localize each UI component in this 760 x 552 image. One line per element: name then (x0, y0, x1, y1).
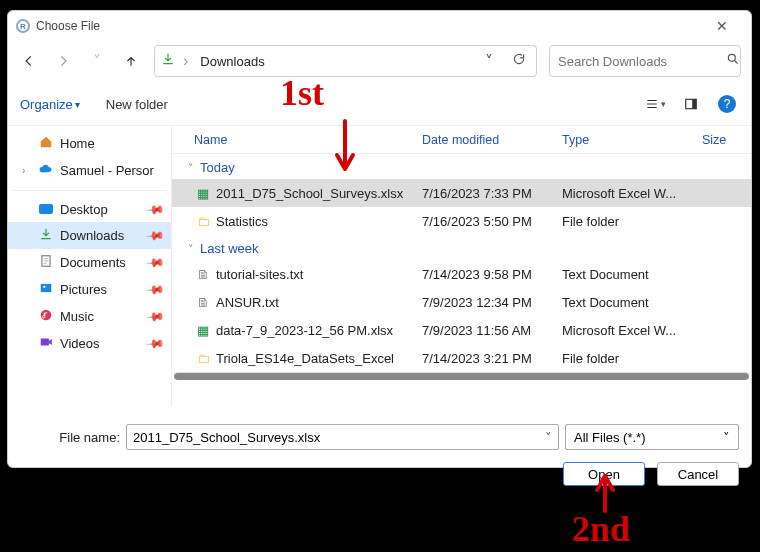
file-name: data-7_9_2023-12_56 PM.xlsx (216, 323, 422, 338)
tree-pictures[interactable]: Pictures 📌 (8, 276, 171, 303)
preview-pane-button[interactable] (677, 91, 705, 117)
group-lastweek[interactable]: Last week (172, 235, 751, 260)
file-date: 7/9/2023 12:34 PM (422, 295, 562, 310)
file-date: 7/16/2023 5:50 PM (422, 214, 562, 229)
col-type[interactable]: Type (562, 133, 702, 147)
tree-downloads[interactable]: Downloads 📌 (8, 222, 171, 249)
file-type: Microsoft Excel W... (562, 323, 702, 338)
file-type: File folder (562, 214, 702, 229)
col-date[interactable]: Date modified (422, 133, 562, 147)
music-icon (38, 308, 54, 325)
col-name[interactable]: Name (194, 133, 422, 147)
cancel-label: Cancel (678, 467, 718, 482)
file-date: 7/16/2023 7:33 PM (422, 186, 562, 201)
filter-label: All Files (*.*) (574, 430, 646, 445)
back-button[interactable] (18, 50, 40, 72)
pin-icon: 📌 (145, 306, 165, 326)
tree-music[interactable]: Music 📌 (8, 303, 171, 330)
pin-icon: 📌 (145, 333, 165, 353)
new-folder-button[interactable]: New folder (106, 97, 168, 112)
tree-videos-label: Videos (60, 336, 100, 351)
tree-music-label: Music (60, 309, 94, 324)
tree-documents-label: Documents (60, 255, 126, 270)
tree-pictures-label: Pictures (60, 282, 107, 297)
tree-user[interactable]: › Samuel - Persor (8, 157, 171, 184)
tree-downloads-label: Downloads (60, 228, 124, 243)
folder-icon: 🗀 (194, 351, 212, 366)
file-type: Microsoft Excel W... (562, 186, 702, 201)
refresh-button[interactable] (508, 52, 530, 70)
tree-documents[interactable]: Documents 📌 (8, 249, 171, 276)
file-type-filter[interactable]: All Files (*.*) ˅ (565, 424, 739, 450)
chevron-down-icon[interactable]: ˅ (545, 430, 552, 445)
file-name: Statistics (216, 214, 422, 229)
desktop-icon (39, 204, 53, 214)
up-button[interactable] (120, 50, 142, 72)
close-button[interactable]: ✕ (701, 12, 743, 40)
pin-icon: 📌 (145, 199, 165, 219)
nav-tree: Home › Samuel - Persor Desktop 📌 D (8, 126, 172, 406)
file-name-label: File name: (20, 430, 120, 445)
file-type: Text Document (562, 267, 702, 282)
expand-icon[interactable]: › (22, 165, 32, 176)
file-row[interactable]: ▦ 2011_D75_School_Surveys.xlsx 7/16/2023… (172, 179, 751, 207)
file-open-dialog: R Choose File ✕ ˅ › Downloads ˅ (7, 10, 752, 468)
file-name: Triola_ES14e_DataSets_Excel (216, 351, 422, 366)
tree-home[interactable]: Home (8, 130, 171, 157)
search-icon (726, 52, 740, 70)
location-dropdown[interactable]: ˅ (478, 52, 500, 71)
text-file-icon: 🗎 (194, 267, 212, 282)
file-row[interactable]: 🗀 Statistics 7/16/2023 5:50 PM File fold… (172, 207, 751, 235)
folder-icon: 🗀 (194, 214, 212, 229)
file-row[interactable]: 🗎 tutorial-sites.txt 7/14/2023 9:58 PM T… (172, 260, 751, 288)
breadcrumb-location[interactable]: Downloads (196, 54, 470, 69)
organize-label: Organize (20, 97, 73, 112)
pictures-icon (38, 281, 54, 298)
file-name-combobox[interactable]: ˅ (126, 424, 559, 450)
help-icon: ? (718, 95, 736, 113)
svg-rect-2 (692, 99, 696, 108)
view-menu[interactable]: ▾ (641, 91, 669, 117)
videos-icon (38, 335, 54, 352)
window-title: Choose File (36, 19, 701, 33)
text-file-icon: 🗎 (194, 295, 212, 310)
recent-dropdown[interactable]: ˅ (86, 50, 108, 72)
organize-menu[interactable]: Organize ▾ (20, 97, 80, 112)
file-name: ANSUR.txt (216, 295, 422, 310)
excel-icon: ▦ (194, 186, 212, 201)
onedrive-icon (38, 162, 54, 179)
file-type: File folder (562, 351, 702, 366)
forward-button[interactable] (52, 50, 74, 72)
open-button[interactable]: Open (563, 462, 645, 486)
file-date: 7/14/2023 3:21 PM (422, 351, 562, 366)
svg-point-5 (43, 286, 45, 288)
scrollbar[interactable] (174, 372, 749, 380)
file-row[interactable]: 🗎 ANSUR.txt 7/9/2023 12:34 PM Text Docum… (172, 288, 751, 316)
file-name-input[interactable] (133, 430, 545, 445)
documents-icon (38, 254, 54, 271)
chevron-down-icon: ˅ (723, 430, 730, 445)
col-size[interactable]: Size (702, 133, 751, 147)
address-bar[interactable]: › Downloads ˅ (154, 45, 537, 77)
home-icon (38, 135, 54, 152)
file-type: Text Document (562, 295, 702, 310)
annotation-second: 2nd (572, 508, 630, 550)
group-today[interactable]: Today (172, 154, 751, 179)
tree-videos[interactable]: Videos 📌 (8, 330, 171, 357)
svg-point-6 (41, 310, 52, 321)
file-list: Name Date modified Type Size Today ▦ 201… (172, 126, 751, 406)
search-input[interactable] (558, 54, 726, 69)
download-icon (38, 227, 54, 244)
cancel-button[interactable]: Cancel (657, 462, 739, 486)
dialog-footer: File name: ˅ All Files (*.*) ˅ Open Canc… (8, 406, 751, 496)
help-button[interactable]: ? (713, 91, 741, 117)
search-box[interactable] (549, 45, 741, 77)
tree-user-label: Samuel - Persor (60, 163, 154, 178)
svg-rect-7 (41, 339, 49, 346)
file-row[interactable]: ▦ data-7_9_2023-12_56 PM.xlsx 7/9/2023 1… (172, 316, 751, 344)
tree-desktop[interactable]: Desktop 📌 (8, 197, 171, 222)
tree-desktop-label: Desktop (60, 202, 108, 217)
svg-rect-4 (41, 284, 52, 292)
file-row[interactable]: 🗀 Triola_ES14e_DataSets_Excel 7/14/2023 … (172, 344, 751, 372)
file-name: 2011_D75_School_Surveys.xlsx (216, 186, 422, 201)
